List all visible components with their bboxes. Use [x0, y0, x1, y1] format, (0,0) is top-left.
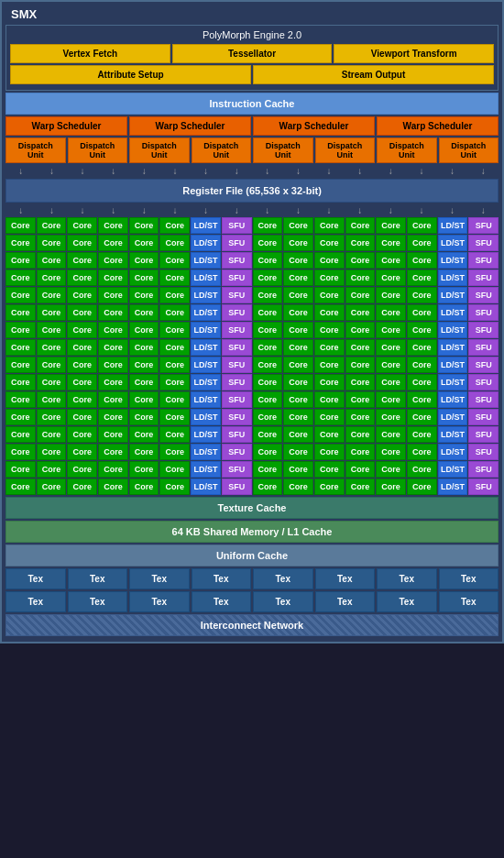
core-cell-left-10-5: Core	[159, 391, 190, 408]
dispatch-units-row: Dispatch Unit Dispatch Unit Dispatch Uni…	[5, 138, 499, 163]
core-cell-left-12-3: Core	[98, 426, 128, 443]
core-cell-left-2-4: Core	[129, 252, 159, 269]
core-cell-left-7-3: Core	[98, 339, 128, 356]
core-cell-left-11-4: Core	[129, 409, 159, 425]
core-cell-right-10-5: Core	[407, 391, 437, 408]
polymorph-row1: Vertex Fetch Tessellator Viewport Transf…	[10, 44, 494, 63]
core-cell-right-3-2: Core	[314, 270, 345, 286]
core-cell-left-3-5: Core	[159, 270, 190, 286]
core-cell-left-0-0: Core	[5, 217, 36, 234]
core-cell-left-14-0: Core	[5, 461, 36, 478]
core-cell-right-12-0: Core	[253, 426, 283, 443]
core-cell-left-9-4: Core	[129, 374, 159, 390]
sfu-right-10: SFU	[468, 391, 499, 408]
tex-cell-row2-3: Tex	[192, 591, 252, 612]
core-cell-left-0-1: Core	[37, 217, 67, 234]
core-cell-right-13-1: Core	[283, 444, 313, 460]
interconnect-network: Interconnect Network	[5, 614, 499, 636]
core-cell-right-11-1: Core	[283, 409, 313, 425]
arrow-b8: ↓	[235, 205, 239, 215]
arrow-b14: ↓	[419, 205, 423, 215]
ldst-left-0: LD/ST	[191, 217, 221, 234]
ldst-right-15: LD/ST	[438, 478, 468, 495]
core-cell-left-1-1: Core	[37, 235, 67, 251]
core-cell-right-5-4: Core	[376, 304, 406, 321]
ldst-right-14: LD/ST	[438, 461, 468, 478]
core-cell-right-5-2: Core	[314, 304, 345, 321]
core-cell-left-3-2: Core	[67, 270, 97, 286]
sfu-left-4: SFU	[222, 287, 252, 303]
sfu-right-8: SFU	[468, 357, 499, 373]
arrow-b13: ↓	[389, 205, 393, 215]
core-cell-left-7-2: Core	[67, 339, 97, 356]
dispatch-unit-5: Dispatch Unit	[253, 138, 313, 163]
ldst-left-7: LD/ST	[191, 339, 221, 356]
core-cell-left-14-3: Core	[98, 461, 128, 478]
core-cell-left-9-3: Core	[98, 374, 128, 390]
core-row-5: CoreCoreCoreCoreCoreCoreLD/STSFUCoreCore…	[5, 304, 499, 321]
core-cell-right-11-3: Core	[345, 409, 376, 425]
core-cell-right-0-5: Core	[407, 217, 437, 234]
arrow-b7: ↓	[203, 205, 208, 215]
warp-scheduler-4: Warp Scheduler	[377, 116, 499, 136]
core-cell-left-10-4: Core	[129, 391, 159, 408]
core-cell-right-2-5: Core	[407, 252, 437, 269]
core-row-14: CoreCoreCoreCoreCoreCoreLD/STSFUCoreCore…	[5, 461, 499, 478]
core-cell-left-12-0: Core	[5, 426, 36, 443]
sfu-right-14: SFU	[468, 461, 499, 478]
core-cell-left-3-0: Core	[5, 270, 36, 286]
sfu-right-1: SFU	[468, 235, 499, 251]
shared-memory: 64 KB Shared Memory / L1 Cache	[5, 521, 499, 543]
core-cell-right-2-3: Core	[345, 252, 376, 269]
texture-cache: Texture Cache	[5, 497, 499, 519]
core-cell-right-7-2: Core	[314, 339, 345, 356]
core-cell-left-0-4: Core	[129, 217, 159, 234]
core-cell-right-10-4: Core	[376, 391, 406, 408]
ldst-left-10: LD/ST	[191, 391, 221, 408]
core-cell-right-0-1: Core	[283, 217, 313, 234]
core-cell-left-6-2: Core	[67, 322, 97, 338]
dispatch-unit-2: Dispatch Unit	[68, 138, 128, 163]
arrow-8: ↓	[235, 166, 239, 176]
core-row-8: CoreCoreCoreCoreCoreCoreLD/STSFUCoreCore…	[5, 357, 499, 373]
core-cell-left-3-1: Core	[37, 270, 67, 286]
core-cell-left-7-5: Core	[159, 339, 190, 356]
core-cell-right-0-3: Core	[345, 217, 376, 234]
ldst-right-6: LD/ST	[438, 322, 468, 338]
core-cell-left-8-1: Core	[37, 357, 67, 373]
uniform-cache: Uniform Cache	[5, 544, 499, 566]
core-cell-left-13-1: Core	[37, 444, 67, 460]
core-grid: CoreCoreCoreCoreCoreCoreLD/STSFUCoreCore…	[5, 217, 499, 495]
arrow-1: ↓	[18, 166, 23, 176]
core-cell-left-12-2: Core	[67, 426, 97, 443]
core-cell-right-9-1: Core	[283, 374, 313, 390]
core-cell-left-15-3: Core	[98, 478, 128, 495]
core-cell-right-13-2: Core	[314, 444, 345, 460]
ldst-left-9: LD/ST	[191, 374, 221, 390]
core-cell-right-14-5: Core	[407, 461, 437, 478]
core-row-10: CoreCoreCoreCoreCoreCoreLD/STSFUCoreCore…	[5, 391, 499, 408]
arrow-b11: ↓	[327, 205, 332, 215]
core-cell-right-10-3: Core	[345, 391, 376, 408]
core-cell-right-4-1: Core	[283, 287, 313, 303]
core-cell-left-8-5: Core	[159, 357, 190, 373]
sfu-right-6: SFU	[468, 322, 499, 338]
core-cell-right-6-1: Core	[283, 322, 313, 338]
core-cell-right-3-5: Core	[407, 270, 437, 286]
attribute-setup: Attribute Setup	[10, 65, 251, 84]
core-cell-right-7-5: Core	[407, 339, 437, 356]
ldst-right-11: LD/ST	[438, 409, 468, 425]
sfu-left-3: SFU	[222, 270, 252, 286]
core-cell-right-14-3: Core	[345, 461, 376, 478]
core-cell-right-0-2: Core	[314, 217, 345, 234]
arrow-b10: ↓	[296, 205, 301, 215]
arrow-14: ↓	[419, 166, 423, 176]
dispatch-unit-6: Dispatch Unit	[315, 138, 376, 163]
ldst-right-10: LD/ST	[438, 391, 468, 408]
core-cell-left-13-0: Core	[5, 444, 36, 460]
core-cell-right-9-0: Core	[253, 374, 283, 390]
tex-cell-row1-1: Tex	[68, 568, 128, 589]
ldst-left-14: LD/ST	[191, 461, 221, 478]
core-cell-left-12-4: Core	[129, 426, 159, 443]
smx-container: SMX PolyMorph Engine 2.0 Vertex Fetch Te…	[0, 0, 504, 644]
